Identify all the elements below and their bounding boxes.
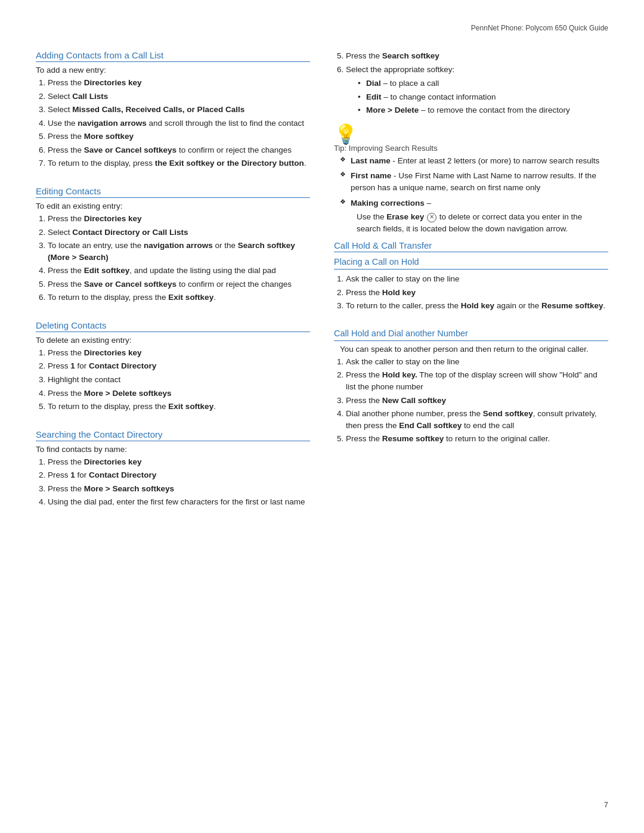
list-item: Dial another phone number, press the Sen… xyxy=(346,408,608,431)
list-item: Press the More > Search softkeys xyxy=(48,483,310,495)
list-item: Highlight the contact xyxy=(48,374,310,386)
list-item: Press the Directories key xyxy=(48,213,310,225)
page-title: PennNet Phone: Polycom 650 Quick Guide xyxy=(471,24,608,32)
list-item: Making corrections – Use the Erase key ✕… xyxy=(340,197,608,235)
adding-contacts-intro: To add a new entry: xyxy=(36,66,310,75)
list-item: Press the Search softkey xyxy=(346,50,608,62)
deleting-contacts-steps: Press the Directories key Press 1 for Co… xyxy=(48,347,310,413)
list-item: Press the Directories key xyxy=(48,77,310,89)
list-item: To return to the display, press the Exit… xyxy=(48,401,310,413)
list-item: Press the Edit softkey, and update the l… xyxy=(48,265,310,277)
call-hold-transfer-title: Call Hold & Call Transfer xyxy=(334,240,608,252)
list-item: Using the dial pad, enter the first few … xyxy=(48,496,310,508)
list-item: Select Contact Directory or Call Lists xyxy=(48,227,310,239)
section-search-continued: Press the Search softkey Select the appr… xyxy=(334,50,608,116)
call-hold-dial-steps: Ask the caller to stay on the line Press… xyxy=(346,356,608,445)
call-hold-dial-intro: You can speak to another person and then… xyxy=(340,345,608,354)
list-item: To return to the display, press the Exit… xyxy=(48,292,310,304)
right-column: Press the Search softkey Select the appr… xyxy=(334,50,608,525)
left-column: Adding Contacts from a Call List To add … xyxy=(36,50,310,525)
list-item: Select the appropriate softkey: Dial – t… xyxy=(346,64,608,116)
list-item: Press the New Call softkey xyxy=(346,395,608,407)
list-item: Press the Directories key xyxy=(48,456,310,468)
search-bullet-list: Dial – to place a call Edit – to change … xyxy=(358,78,608,116)
call-hold-dial-title: Call Hold and Dial another Number xyxy=(334,329,608,338)
tip-box: 💡 Tip: Improving Search Results Last nam… xyxy=(334,125,608,234)
list-item: To return to the caller, press the Hold … xyxy=(346,300,608,312)
list-item: Ask the caller to stay on the line xyxy=(346,273,608,285)
list-item: Press the Resume softkey to return to th… xyxy=(346,433,608,445)
tip-list: Last name - Enter at least 2 letters (or… xyxy=(340,155,608,234)
list-item: Last name - Enter at least 2 letters (or… xyxy=(340,155,608,167)
section-call-hold-dial: Call Hold and Dial another Number You ca… xyxy=(334,329,608,445)
list-item: More > Delete – to remove the contact fr… xyxy=(358,104,608,116)
list-item: First name - Use First Name with Last Na… xyxy=(340,170,608,193)
editing-contacts-steps: Press the Directories key Select Contact… xyxy=(48,213,310,304)
section-adding-contacts: Adding Contacts from a Call List To add … xyxy=(36,50,310,169)
list-item: To locate an entry, use the navigation a… xyxy=(48,240,310,263)
list-item: Press 1 for Contact Directory xyxy=(48,360,310,372)
page-header: PennNet Phone: Polycom 650 Quick Guide xyxy=(36,24,608,32)
list-item: Select Call Lists xyxy=(48,91,310,103)
tip-label: Tip: Improving Search Results xyxy=(334,144,608,153)
list-item: Dial – to place a call xyxy=(358,78,608,89)
section-searching-contacts: Searching the Contact Directory To find … xyxy=(36,429,310,508)
editing-contacts-intro: To edit an existing entry: xyxy=(36,202,310,210)
section-placing-call-hold: Placing a Call on Hold Ask the caller to… xyxy=(334,257,608,312)
list-item: Edit – to change contact information xyxy=(358,91,608,103)
searching-contacts-steps: Press the Directories key Press 1 for Co… xyxy=(48,456,310,508)
search-continued-steps: Press the Search softkey Select the appr… xyxy=(346,50,608,116)
searching-contacts-intro: To find contacts by name: xyxy=(36,445,310,454)
list-item: Press the Hold key. The top of the displ… xyxy=(346,369,608,392)
deleting-contacts-intro: To delete an existing entry: xyxy=(36,336,310,345)
erase-icon: ✕ xyxy=(427,213,436,222)
editing-contacts-title: Editing Contacts xyxy=(36,186,310,198)
list-item: Press the Save or Cancel softkeys to con… xyxy=(48,144,310,156)
placing-call-hold-title: Placing a Call on Hold xyxy=(334,257,608,267)
section-editing-contacts: Editing Contacts To edit an existing ent… xyxy=(36,186,310,304)
list-item: Press the More > Delete softkeys xyxy=(48,388,310,400)
deleting-contacts-title: Deleting Contacts xyxy=(36,320,310,332)
page-number: 7 xyxy=(604,800,608,809)
searching-contacts-title: Searching the Contact Directory xyxy=(36,429,310,441)
list-item: Select Missed Calls, Received Calls, or … xyxy=(48,104,310,116)
section-deleting-contacts: Deleting Contacts To delete an existing … xyxy=(36,320,310,413)
list-item: Ask the caller to stay on the line xyxy=(346,356,608,368)
list-item: Press 1 for Contact Directory xyxy=(48,469,310,481)
adding-contacts-title: Adding Contacts from a Call List xyxy=(36,50,310,62)
adding-contacts-steps: Press the Directories key Select Call Li… xyxy=(48,77,310,169)
list-item: Press the Hold key xyxy=(346,287,608,299)
placing-call-hold-steps: Ask the caller to stay on the line Press… xyxy=(346,273,608,312)
list-item: Press the More softkey xyxy=(48,131,310,143)
list-item: Press the Save or Cancel softkeys to con… xyxy=(48,278,310,290)
list-item: To return to the display, press the Exit… xyxy=(48,157,310,169)
section-call-hold-transfer-header: Call Hold & Call Transfer xyxy=(334,240,608,252)
tip-icon: 💡 xyxy=(334,125,608,144)
making-corrections-text: Use the Erase key ✕ to delete or correct… xyxy=(357,211,608,234)
list-item: Use the navigation arrows and scroll thr… xyxy=(48,117,310,129)
list-item: Press the Directories key xyxy=(48,347,310,359)
